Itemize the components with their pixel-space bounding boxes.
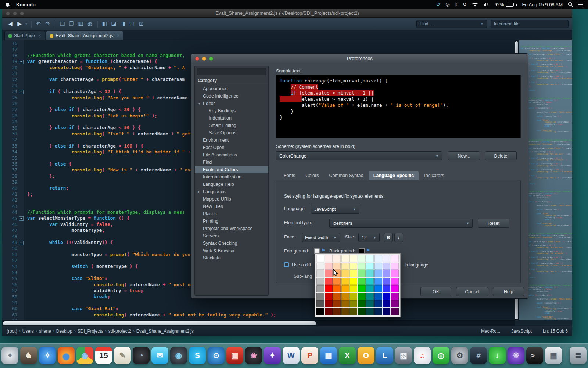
reset-button[interactable]: Reset xyxy=(478,219,509,228)
code-line[interactable]: console.log( enteredName + " must not be… xyxy=(27,312,514,318)
toggle-all-panes-button[interactable]: ◫ xyxy=(128,20,137,28)
find-input[interactable]: Find ... ▼ xyxy=(416,20,487,28)
category-item-projects-and-workspace[interactable]: Projects and Workspace xyxy=(195,225,268,232)
redo-button[interactable]: ↷ xyxy=(43,20,52,28)
bold-button[interactable]: B xyxy=(384,233,393,242)
zoom-window-button[interactable] xyxy=(20,11,24,15)
color-swatch[interactable] xyxy=(391,300,399,307)
toggle-left-pane-button[interactable]: ◧ xyxy=(100,20,109,28)
volume-icon[interactable] xyxy=(483,2,489,7)
category-item-fonts-and-colors[interactable]: Fonts and Colors xyxy=(195,166,268,173)
gray-app-icon[interactable]: ▧ xyxy=(395,347,412,364)
color-swatch[interactable] xyxy=(333,278,341,285)
code-line[interactable] xyxy=(27,46,514,52)
color-swatch[interactable] xyxy=(349,308,357,315)
back-button[interactable]: ◀ xyxy=(6,20,15,28)
fold-marker[interactable] xyxy=(18,240,24,245)
word-icon[interactable]: W xyxy=(283,347,300,364)
app-menu-name[interactable]: Komodo xyxy=(16,2,36,7)
light-app-icon[interactable]: ▤ xyxy=(545,347,562,364)
color-swatch[interactable] xyxy=(316,293,324,300)
color-swatch[interactable] xyxy=(358,300,366,307)
encoding-indicator[interactable]: Mac-Ro... xyxy=(481,329,500,334)
category-item-code-intelligence[interactable]: Code Intelligence xyxy=(195,92,268,100)
category-item-servers[interactable]: Servers xyxy=(195,232,268,240)
category-item-save-options[interactable]: Save Options xyxy=(195,129,268,137)
color-swatch[interactable] xyxy=(374,255,382,262)
size-select[interactable]: 12 ▼ xyxy=(358,233,380,242)
undo-button[interactable]: ↶ xyxy=(34,20,43,28)
purple-app-icon[interactable]: ✦ xyxy=(264,347,281,364)
expander-icon[interactable]: ▶ xyxy=(198,190,203,194)
category-item-printing[interactable]: Printing xyxy=(195,217,268,225)
display-menu-icon[interactable]: ◎ xyxy=(445,0,449,9)
element-type-select[interactable]: identifiers ▼ xyxy=(329,219,473,228)
color-swatch[interactable] xyxy=(374,293,382,300)
color-swatch[interactable] xyxy=(341,285,349,292)
firefox-icon[interactable] xyxy=(58,347,75,364)
skype-icon[interactable]: S xyxy=(189,347,206,364)
color-swatch[interactable] xyxy=(383,285,390,292)
delete-scheme-button[interactable]: Delete xyxy=(485,151,517,160)
color-swatch[interactable] xyxy=(358,308,366,315)
category-item-mapped-uris[interactable]: Mapped URIs xyxy=(195,195,268,203)
category-item-environment[interactable]: Environment xyxy=(195,137,268,144)
color-swatch[interactable] xyxy=(374,300,382,307)
color-swatch[interactable] xyxy=(325,293,333,300)
breadcrumb-item[interactable]: shane xyxy=(39,329,51,334)
toolbox-button[interactable]: ⊞ xyxy=(137,20,146,28)
color-swatch[interactable] xyxy=(374,270,382,277)
category-item-key-bindings[interactable]: Key Bindings xyxy=(195,107,268,114)
editor-tab-evalt-shane-assignment2-js[interactable]: Evalt_Shane_Assignment2.js✕ xyxy=(46,31,123,40)
breadcrumb-item[interactable]: Desktop xyxy=(56,329,72,334)
close-window-button[interactable] xyxy=(6,11,10,15)
network-sphere-icon[interactable]: ❋ xyxy=(508,347,524,364)
breadcrumb-item[interactable]: Evalt_Shane_Assignment2.js xyxy=(136,329,194,334)
code-line[interactable] xyxy=(27,40,514,46)
horizontal-scrollbar[interactable] xyxy=(2,320,514,326)
keynote-icon[interactable]: ▦ xyxy=(320,347,337,364)
category-item-stackato[interactable]: Stackato xyxy=(195,254,268,262)
tab-close-icon[interactable]: ✕ xyxy=(116,34,119,38)
category-item-languages[interactable]: ▶Languages xyxy=(195,188,268,195)
time-machine-menu-icon[interactable]: ↺ xyxy=(463,0,467,9)
color-swatch[interactable] xyxy=(366,255,374,262)
terminal-icon[interactable]: >_ xyxy=(526,347,543,364)
color-swatch[interactable] xyxy=(341,300,349,307)
color-swatch[interactable] xyxy=(358,293,366,300)
color-swatch[interactable] xyxy=(316,308,324,315)
itunes-icon[interactable]: ♫ xyxy=(414,347,431,364)
cancel-button[interactable]: Cancel xyxy=(456,287,488,296)
messages-icon[interactable]: ✉ xyxy=(151,347,168,364)
ok-button[interactable]: OK xyxy=(420,287,451,296)
color-swatch[interactable] xyxy=(333,285,341,292)
category-item-web-browser[interactable]: Web & Browser xyxy=(195,247,268,254)
color-swatch[interactable] xyxy=(391,308,399,315)
color-swatch[interactable] xyxy=(325,300,333,307)
foreground-flag-icon[interactable]: ⚑ xyxy=(321,248,326,253)
breadcrumb-item[interactable]: (root) xyxy=(7,329,17,334)
color-swatch[interactable] xyxy=(341,263,349,270)
breadcrumb-item[interactable]: SDI_Projects xyxy=(78,329,103,334)
color-swatch[interactable] xyxy=(333,263,341,270)
chess-icon[interactable]: ♞ xyxy=(20,347,37,364)
red-app-icon[interactable]: ▣ xyxy=(226,347,243,364)
open-file-button[interactable]: ❐ xyxy=(67,20,76,28)
xcode-icon[interactable]: # xyxy=(470,347,487,364)
color-swatch[interactable] xyxy=(366,308,374,315)
color-swatch[interactable] xyxy=(383,278,390,285)
tab-close-icon[interactable]: ✕ xyxy=(39,34,42,38)
color-swatch[interactable] xyxy=(349,293,357,300)
color-swatch[interactable] xyxy=(316,255,324,262)
apple-menu-icon[interactable] xyxy=(5,2,10,7)
color-swatch[interactable] xyxy=(383,255,390,262)
category-item-fast-open[interactable]: Fast Open xyxy=(195,144,268,151)
language-indicator[interactable]: JavaScript xyxy=(511,329,532,334)
color-swatch[interactable] xyxy=(349,300,357,307)
color-swatch[interactable] xyxy=(383,263,390,270)
wifi-icon[interactable] xyxy=(472,2,478,7)
bluetooth-menu-icon[interactable]: ᛒ xyxy=(455,0,458,9)
editor-tab-start-page[interactable]: Start Page✕ xyxy=(4,31,45,40)
color-swatch[interactable] xyxy=(316,263,324,270)
color-swatch[interactable] xyxy=(358,278,366,285)
